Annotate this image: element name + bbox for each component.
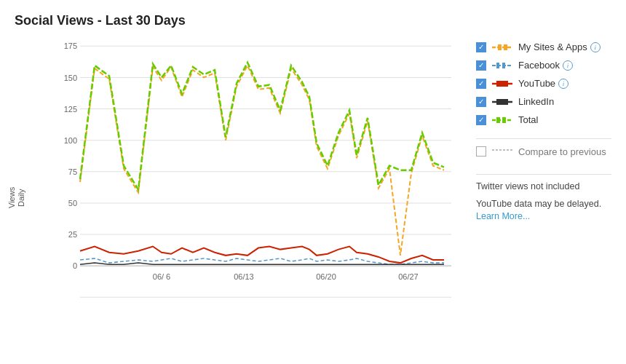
notes-divider	[476, 174, 611, 175]
legend-item-linkedin: LinkedIn	[476, 96, 611, 107]
legend-divider	[476, 138, 611, 139]
learn-more-link[interactable]: Learn More...	[476, 211, 530, 221]
legend-label-my-sites: My Sites & Apps	[518, 41, 587, 52]
legend-checkbox-total[interactable]	[476, 115, 486, 125]
svg-rect-33	[496, 117, 500, 123]
legend-label-youtube: YouTube	[518, 78, 555, 89]
svg-text:06/20: 06/20	[316, 272, 336, 281]
legend-line-total	[492, 115, 512, 125]
info-icon-my-sites[interactable]: i	[590, 42, 601, 52]
info-icon-youtube[interactable]: i	[558, 79, 568, 89]
main-container: Social Views - Last 30 Days DailyViews	[0, 0, 626, 364]
legend-line-youtube	[492, 79, 512, 89]
legend-panel: My Sites & Apps i Facebook i YouTube i	[459, 39, 611, 357]
y-axis-label: DailyViews	[7, 39, 26, 357]
svg-rect-24	[504, 44, 507, 50]
svg-text:06/27: 06/27	[398, 272, 418, 281]
svg-rect-26	[496, 63, 499, 68]
svg-text:75: 75	[68, 167, 77, 176]
svg-rect-29	[496, 81, 508, 87]
svg-text:150: 150	[64, 73, 77, 82]
legend-checkbox-youtube[interactable]	[476, 79, 486, 89]
legend-line-linkedin	[492, 97, 512, 107]
info-icon-facebook[interactable]: i	[563, 60, 573, 71]
line-chart: 175 150 125 100 75 50 25 0 06/ 6 06/13 0…	[51, 39, 459, 315]
compare-checkbox[interactable]	[476, 146, 486, 157]
youtube-note: YouTube data may be delayed. Learn More.…	[476, 198, 611, 223]
svg-text:125: 125	[64, 105, 77, 114]
chart-area: DailyViews 175 150 125	[15, 39, 611, 357]
legend-label-linkedin: LinkedIn	[518, 96, 554, 107]
svg-text:100: 100	[64, 136, 77, 145]
svg-text:0: 0	[73, 261, 77, 270]
svg-rect-27	[502, 63, 505, 68]
compare-line-icon	[492, 145, 512, 158]
legend-item-total: Total	[476, 114, 611, 125]
svg-rect-23	[498, 44, 502, 50]
svg-text:175: 175	[64, 41, 77, 50]
legend-label-total: Total	[518, 114, 538, 125]
youtube-note-text: YouTube data may be delayed.	[476, 199, 601, 209]
chart-svg-container: 175 150 125 100 75 50 25 0 06/ 6 06/13 0…	[51, 39, 459, 357]
legend-checkbox-facebook[interactable]	[476, 60, 486, 71]
twitter-note: Twitter views not included	[476, 181, 611, 194]
legend-item-facebook: Facebook i	[476, 60, 611, 71]
legend-line-my-sites	[492, 42, 512, 52]
svg-text:06/ 6: 06/ 6	[153, 272, 170, 281]
legend-label-facebook: Facebook	[518, 60, 560, 71]
svg-rect-34	[502, 117, 506, 123]
legend-item-youtube: YouTube i	[476, 78, 611, 89]
compare-section: Compare to previous	[476, 145, 611, 158]
svg-text:50: 50	[68, 199, 77, 207]
legend-item-my-sites: My Sites & Apps i	[476, 41, 611, 52]
chart-wrapper: DailyViews 175 150 125	[15, 39, 459, 357]
legend-checkbox-my-sites[interactable]	[476, 42, 486, 52]
compare-label: Compare to previous	[518, 146, 606, 157]
legend-checkbox-linkedin[interactable]	[476, 97, 486, 107]
svg-text:06/13: 06/13	[234, 272, 253, 281]
svg-rect-31	[496, 99, 508, 105]
page-title: Social Views - Last 30 Days	[15, 13, 611, 28]
legend-line-facebook	[492, 60, 512, 71]
svg-text:25: 25	[68, 230, 77, 239]
